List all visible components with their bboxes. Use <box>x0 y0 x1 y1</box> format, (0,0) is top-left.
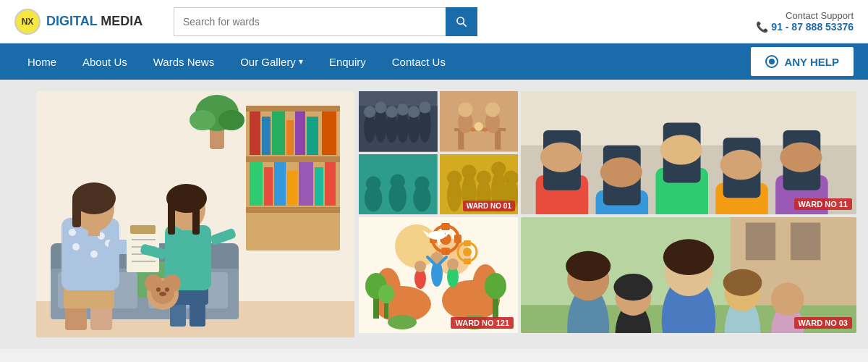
svg-point-105 <box>391 174 405 188</box>
svg-point-82 <box>408 114 420 143</box>
group-tile: WARD NO 03 <box>521 217 856 333</box>
svg-rect-142 <box>441 248 450 255</box>
svg-point-75 <box>159 292 166 296</box>
svg-point-182 <box>663 239 714 275</box>
svg-rect-49 <box>130 225 156 234</box>
svg-point-110 <box>446 170 461 185</box>
logo-text: DIGITAL MEDIA <box>46 14 142 29</box>
header: NX DIGITAL MEDIA Contact Support 📞91 - 8… <box>0 0 868 43</box>
nav-home[interactable]: Home <box>14 43 69 80</box>
svg-rect-18 <box>307 117 318 155</box>
svg-rect-65 <box>168 198 175 235</box>
svg-point-99 <box>470 127 475 132</box>
svg-rect-93 <box>495 131 501 149</box>
svg-point-112 <box>461 164 476 179</box>
nav-wards-news[interactable]: Wards News <box>140 43 227 80</box>
svg-point-103 <box>366 176 380 190</box>
svg-rect-57 <box>88 225 100 236</box>
radio-inner <box>769 59 775 64</box>
svg-point-97 <box>485 102 499 117</box>
logo-area: NX DIGITAL MEDIA <box>14 9 159 35</box>
contact-support-label: Contact Support <box>756 10 854 21</box>
svg-rect-90 <box>440 91 519 152</box>
svg-rect-21 <box>264 167 273 206</box>
nav-gallery[interactable]: Our Gallery ▾ <box>227 43 316 80</box>
svg-line-7 <box>463 23 467 27</box>
radio-icon <box>765 55 778 68</box>
svg-rect-20 <box>250 162 263 206</box>
svg-rect-15 <box>272 111 285 155</box>
svg-rect-66 <box>192 198 200 235</box>
svg-rect-179 <box>791 223 820 261</box>
svg-point-78 <box>364 114 375 143</box>
svg-point-132 <box>600 157 642 187</box>
svg-point-188 <box>723 269 762 296</box>
svg-point-190 <box>771 282 804 316</box>
svg-point-41 <box>69 229 76 236</box>
logo-badge: NX <box>14 9 41 35</box>
svg-rect-26 <box>325 162 336 206</box>
svg-point-158 <box>378 285 394 303</box>
svg-point-166 <box>447 258 459 270</box>
nav-items: Home About Us Wards News Our Gallery ▾ E… <box>14 43 751 80</box>
chevron-down-icon: ▾ <box>299 56 303 67</box>
grid-tile-1 <box>359 91 438 152</box>
nav-gallery-label: Our Gallery ▾ <box>240 56 303 68</box>
svg-point-80 <box>386 114 397 143</box>
phone-icon: 📞 <box>756 21 768 33</box>
search-button[interactable] <box>446 7 477 36</box>
svg-rect-12 <box>246 207 340 213</box>
svg-rect-25 <box>315 167 323 206</box>
svg-rect-22 <box>274 162 286 206</box>
svg-point-135 <box>780 143 822 172</box>
community-tile: WARD NO 121 <box>359 217 518 333</box>
svg-point-133 <box>660 135 702 164</box>
main-content: WARD NO 01 <box>0 80 868 349</box>
svg-point-167 <box>428 231 446 240</box>
any-help-button[interactable]: ANY HELP <box>751 47 854 76</box>
hero-image <box>36 91 354 337</box>
svg-rect-148 <box>464 258 471 264</box>
svg-point-185 <box>613 274 652 300</box>
search-area <box>174 7 477 36</box>
svg-rect-19 <box>322 111 336 155</box>
svg-point-156 <box>485 273 506 299</box>
hero-illustration <box>36 91 354 337</box>
svg-rect-147 <box>464 240 471 246</box>
svg-rect-92 <box>458 131 464 149</box>
svg-point-114 <box>476 170 490 185</box>
svg-rect-14 <box>262 117 271 155</box>
nav-contact[interactable]: Contact Us <box>379 43 459 80</box>
svg-rect-23 <box>287 171 297 206</box>
svg-rect-13 <box>250 111 260 155</box>
svg-point-87 <box>397 104 409 115</box>
svg-rect-56 <box>72 198 81 227</box>
svg-rect-144 <box>454 235 461 243</box>
svg-point-160 <box>414 261 426 272</box>
navbar: Home About Us Wards News Our Gallery ▾ E… <box>0 43 868 80</box>
svg-point-100 <box>482 127 487 132</box>
nav-about[interactable]: About Us <box>69 43 140 80</box>
svg-point-131 <box>540 143 582 172</box>
ward-03-label: WARD NO 03 <box>794 317 852 329</box>
grid-tile-4: WARD NO 01 <box>440 154 519 215</box>
svg-point-29 <box>190 110 216 130</box>
ward-121-label: WARD NO 121 <box>451 317 514 329</box>
mini-grid: WARD NO 01 <box>359 91 518 214</box>
svg-rect-10 <box>246 106 340 111</box>
svg-point-107 <box>414 176 429 190</box>
nav-enquiry[interactable]: Enquiry <box>316 43 379 80</box>
grid-top-row: WARD NO 01 <box>359 91 856 214</box>
grid-large-tile: WARD NO 11 <box>521 91 856 214</box>
grid-tile-3 <box>359 154 438 215</box>
svg-rect-11 <box>246 156 340 162</box>
svg-point-170 <box>388 315 417 329</box>
svg-point-85 <box>375 101 386 113</box>
contact-support: Contact Support 📞91 - 87 888 53376 <box>756 10 854 33</box>
svg-point-74 <box>165 287 169 292</box>
search-input[interactable] <box>174 7 446 36</box>
svg-point-95 <box>458 102 472 117</box>
svg-point-84 <box>364 106 375 117</box>
svg-point-45 <box>90 251 98 258</box>
grid-bottom-row: WARD NO 121 <box>359 217 856 333</box>
